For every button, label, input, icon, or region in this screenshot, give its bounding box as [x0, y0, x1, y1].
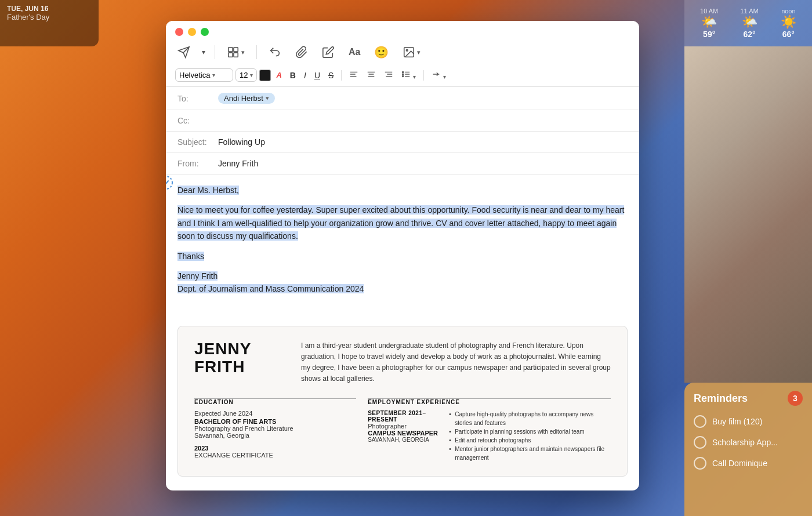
italic-button[interactable]: I: [301, 70, 309, 81]
emp-dates-0: SEPTEMBER 2021–PRESENT: [368, 410, 440, 423]
minimize-button[interactable]: [188, 28, 196, 36]
send-dropdown-arrow: ▾: [202, 48, 205, 56]
toolbar-separator-1: [215, 45, 215, 59]
text-color-swatch[interactable]: [259, 70, 271, 81]
strikethrough-icon: S: [328, 71, 334, 80]
emp-bullet-1: Participate in planning sessions with ed…: [449, 427, 611, 436]
recipient-name: Andi Herbst: [224, 94, 263, 103]
edu-location-0: Savannah, Georgia: [194, 432, 356, 439]
resume-employment-section: EMPLOYMENT EXPERIENCE SEPTEMBER 2021–PRE…: [368, 399, 611, 462]
cc-field-row[interactable]: Cc:: [166, 110, 639, 132]
underline-icon: U: [314, 71, 320, 80]
image-overlay: [684, 46, 812, 383]
right-image-area: [684, 46, 812, 383]
email-body-text[interactable]: Dear Ms. Herbst, Nice to meet you for co…: [166, 175, 639, 317]
recipient-dropdown-arrow[interactable]: ▾: [266, 95, 269, 102]
sig-dept-selected: Dept. of Journalism and Mass Communicati…: [177, 284, 364, 293]
send-dropdown-button[interactable]: ▾: [202, 48, 205, 56]
main-toolbar: ▾ ▾: [166, 41, 639, 66]
cursor-icon: [166, 175, 173, 194]
date-label: TUE, JUN 16: [7, 5, 92, 13]
email-body[interactable]: Dear Ms. Herbst, Nice to meet you for co…: [166, 175, 639, 490]
emp-location-0: SAVANNAH, GEORGIA: [368, 437, 440, 443]
emp-bullet-list: Capture high-quality photographs to acco…: [449, 410, 611, 462]
reply-button[interactable]: [266, 43, 284, 61]
resume-bio-text: I am a third-year student undergraduate …: [301, 340, 611, 385]
reminder-item-1[interactable]: Scholarship App...: [694, 436, 803, 449]
to-field-row: To: Andi Herbst ▾: [166, 87, 639, 110]
email-fields: To: Andi Herbst ▾ Cc: Subject: Following…: [166, 87, 639, 175]
send-button[interactable]: [175, 43, 193, 61]
reminder-checkbox-1[interactable]: [694, 436, 706, 449]
reminder-text-2: Call Dominique: [712, 459, 767, 468]
email-text-container[interactable]: Dear Ms. Herbst, Nice to meet you for co…: [166, 175, 639, 477]
from-field-row: From: Jenny Frith: [166, 153, 639, 175]
recipient-tag[interactable]: Andi Herbst ▾: [218, 93, 275, 104]
layout-button[interactable]: ▾: [224, 43, 247, 61]
expand-arrow: ▾: [443, 74, 446, 80]
font-size-arrow: ▾: [250, 72, 253, 78]
to-label: To:: [177, 94, 218, 103]
weather-time-0: 10 AM: [700, 8, 718, 14]
reminders-header: Reminders 3: [694, 391, 803, 406]
weather-temp-1: 62°: [743, 30, 755, 39]
subject-field-row[interactable]: Subject: Following Up: [166, 132, 639, 153]
body-paragraph-selected: Nice to meet you for coffee yesterday. S…: [177, 205, 624, 241]
close-button[interactable]: [175, 28, 183, 36]
align-right-button[interactable]: [381, 68, 396, 82]
reminder-checkbox-2[interactable]: [694, 457, 706, 470]
photo-button[interactable]: ▾: [400, 43, 423, 61]
edu-date-0: Expected June 2024: [194, 410, 356, 417]
edu-entry-1: 2023 EXCHANGE CERTIFICATE: [194, 445, 356, 459]
highlight-button[interactable]: A: [273, 70, 284, 81]
emp-bullet-3: Mentor junior photographers and maintain…: [449, 445, 611, 462]
expand-button[interactable]: ▾: [429, 68, 449, 82]
align-left-button[interactable]: [346, 68, 361, 82]
photo-arrow: ▾: [417, 49, 420, 56]
reminder-checkbox-0[interactable]: [694, 415, 706, 428]
reminder-text-1: Scholarship App...: [712, 438, 778, 447]
cc-label: Cc:: [177, 116, 218, 125]
edu-field-0: Photography and French Literature: [194, 425, 356, 432]
reminders-title: Reminders: [694, 393, 748, 405]
underline-button[interactable]: U: [311, 70, 323, 81]
sig-name-selected: Jenny Frith: [177, 271, 217, 281]
svg-rect-3: [234, 53, 238, 57]
employment-title: EMPLOYMENT EXPERIENCE: [368, 399, 611, 405]
closing-selected: Thanks: [177, 252, 204, 261]
edit-button[interactable]: [320, 43, 337, 61]
reminder-text-0: Buy film (120): [712, 417, 762, 426]
font-icon: Aa: [349, 47, 360, 57]
align-center-button[interactable]: [364, 68, 379, 82]
from-value: Jenny Frith: [218, 159, 258, 168]
emp-bullets-container: Capture high-quality photographs to acco…: [449, 410, 611, 462]
font-size-select[interactable]: 12 ▾: [235, 68, 257, 82]
font-button[interactable]: Aa: [346, 45, 362, 60]
signature-dept-text: Dept. of Journalism and Mass Communicati…: [177, 282, 628, 295]
emp-org-0: CAMPUS NEWSPAPER: [368, 430, 440, 437]
strikethrough-button[interactable]: S: [325, 70, 336, 81]
list-button[interactable]: ▾: [398, 68, 419, 82]
weather-entry-1: 11 AM 🌤️ 62°: [740, 8, 758, 39]
education-title: EDUCATION: [194, 399, 356, 405]
svg-point-19: [403, 74, 404, 75]
weather-time-2: noon: [781, 8, 795, 14]
svg-point-5: [407, 49, 408, 51]
font-select[interactable]: Helvetica ▾: [175, 68, 233, 82]
edu-cert-1: EXCHANGE CERTIFICATE: [194, 452, 356, 459]
reminders-count: 3: [788, 391, 803, 406]
format-separator-2: [423, 70, 424, 81]
emoji-button[interactable]: 🙂: [372, 43, 391, 61]
bold-button[interactable]: B: [287, 70, 299, 81]
emp-bullet-0: Capture high-quality photographs to acco…: [449, 410, 611, 427]
attach-button[interactable]: [293, 43, 310, 61]
weather-time-1: 11 AM: [740, 8, 758, 14]
edu-entry-0: Expected June 2024 BACHELOR OF FINE ARTS…: [194, 410, 356, 439]
reminder-item-0[interactable]: Buy film (120): [694, 415, 803, 428]
emoji-icon: 🙂: [374, 45, 389, 59]
resume-education-section: EDUCATION Expected June 2024 BACHELOR OF…: [194, 399, 356, 462]
format-toolbar: Helvetica ▾ 12 ▾ A B I U S: [166, 66, 639, 87]
maximize-button[interactable]: [201, 28, 209, 36]
reminder-item-2[interactable]: Call Dominique: [694, 457, 803, 470]
resume-first-name: JENNY: [194, 340, 287, 358]
